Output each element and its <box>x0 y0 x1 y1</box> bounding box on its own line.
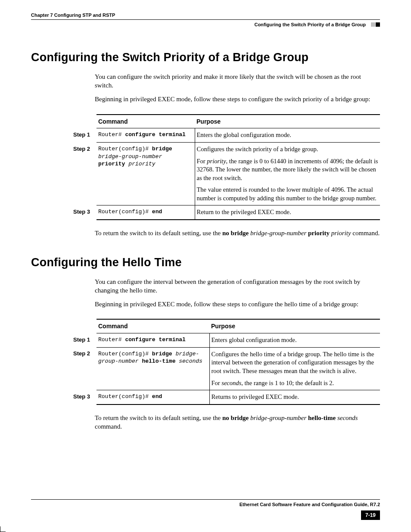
step-label: Step 2 <box>72 347 97 390</box>
step-label: Step 3 <box>72 205 97 220</box>
footer-doc-title: Ethernet Card Software Feature and Confi… <box>31 501 380 508</box>
table-row: Step 3 Router(config)# end Return to the… <box>72 205 380 220</box>
section-heading-hello: Configuring the Hello Time <box>31 255 380 270</box>
section2-p2: Beginning in privileged EXEC mode, follo… <box>95 300 380 308</box>
col-purpose: Purpose <box>195 115 380 128</box>
section-label: Configuring the Switch Priority of a Bri… <box>31 22 380 28</box>
step-label: Step 2 <box>72 143 97 205</box>
table-row: Step 2 Router(config)# bridge bridge-gro… <box>72 143 380 205</box>
table-header-row: Command Purpose <box>72 115 380 128</box>
col-command: Command <box>97 115 195 128</box>
crop-mark-icon <box>0 526 6 532</box>
page-footer: Ethernet Card Software Feature and Confi… <box>31 499 380 520</box>
table-hello: Command Purpose Step 1 Router# configure… <box>72 319 380 404</box>
command-cell: Router# configure terminal <box>97 333 209 348</box>
table-row: Step 1 Router# configure terminal Enters… <box>72 333 380 348</box>
table-header-row: Command Purpose <box>72 319 380 333</box>
purpose-cell: Returns to privileged EXEC mode. <box>209 390 380 404</box>
header-marker-icon <box>371 22 380 28</box>
section-label-text: Configuring the Switch Priority of a Bri… <box>254 22 366 27</box>
table-row: Step 2 Router(config)# bridge bridge-gro… <box>72 347 380 390</box>
section2-p1: You can configure the interval between t… <box>95 277 380 295</box>
purpose-cell: Enters global configuration mode. <box>209 333 380 348</box>
section-heading-priority: Configuring the Switch Priority of a Bri… <box>31 50 380 65</box>
page: Chapter 7 Configuring STP and RSTP Confi… <box>0 0 411 532</box>
section2-tail: To return the switch to its default sett… <box>95 414 380 431</box>
table-priority: Command Purpose Step 1 Router# configure… <box>72 114 380 220</box>
step-label: Step 3 <box>72 390 97 404</box>
table-row: Step 1 Router# configure terminal Enters… <box>72 128 380 143</box>
command-cell: Router(config)# end <box>97 205 195 220</box>
section1-p1: You can configure the switch priority an… <box>95 72 380 90</box>
running-header: Chapter 7 Configuring STP and RSTP Confi… <box>31 12 380 28</box>
step-label: Step 1 <box>72 128 97 143</box>
command-cell: Router(config)# bridge bridge-group-numb… <box>97 143 195 205</box>
section1-tail: To return the switch to its default sett… <box>95 229 380 237</box>
command-cell: Router(config)# bridge bridge-group-numb… <box>97 347 209 390</box>
col-command: Command <box>97 319 209 333</box>
purpose-cell: Return to the privileged EXEC mode. <box>195 205 380 220</box>
table-row: Step 3 Router(config)# end Returns to pr… <box>72 390 380 404</box>
purpose-cell: Configures the hello time of a bridge gr… <box>209 347 380 390</box>
col-purpose: Purpose <box>209 319 380 333</box>
chapter-label: Chapter 7 Configuring STP and RSTP <box>31 12 380 20</box>
section1-p2: Beginning in privileged EXEC mode, follo… <box>95 95 380 103</box>
command-cell: Router# configure terminal <box>97 128 195 143</box>
command-cell: Router(config)# end <box>97 390 209 404</box>
step-label: Step 1 <box>72 333 97 348</box>
section2-body: You can configure the interval between t… <box>95 277 380 309</box>
page-number: 7-19 <box>31 510 380 520</box>
purpose-cell: Enters the global configuration mode. <box>195 128 380 143</box>
section1-body: You can configure the switch priority an… <box>95 72 380 104</box>
purpose-cell: Configures the switch priority of a brid… <box>195 143 380 205</box>
